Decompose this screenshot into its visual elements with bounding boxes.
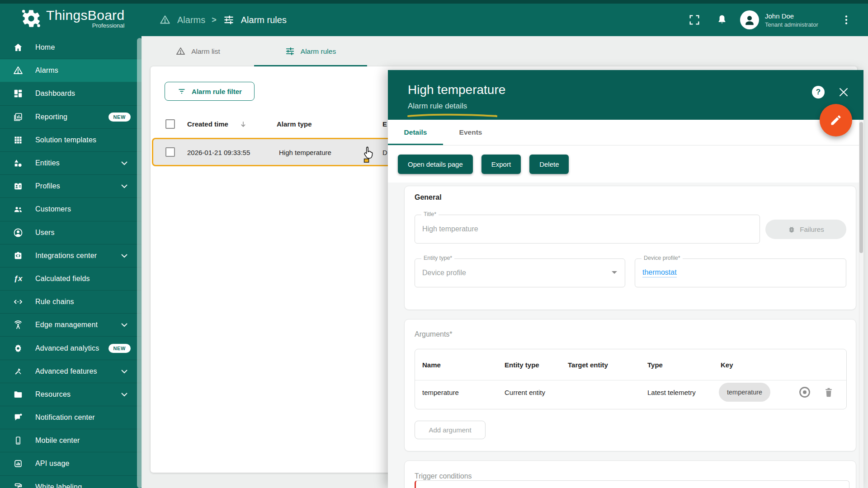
app-header: ThingsBoard Professional Alarms > Alarm … — [0, 4, 868, 36]
tune-icon — [285, 46, 295, 56]
tab-alarm-rules[interactable]: Alarm rules — [254, 36, 367, 66]
arguments-card: Arguments* Name Entity type Target entit… — [404, 319, 856, 451]
chevron-down-icon — [121, 253, 128, 258]
arg-col-entity-type: Entity type — [505, 361, 539, 369]
device-profile-link[interactable]: thermostat — [642, 268, 677, 277]
select-caret-icon — [611, 271, 618, 275]
sidebar-item-notification-center[interactable]: Notification center — [0, 406, 142, 429]
sidebar-item-white-labeling[interactable]: White labeling — [0, 476, 142, 488]
integrations-icon — [13, 250, 24, 261]
sidebar-item-reporting[interactable]: Reporting NEW — [0, 106, 142, 129]
sidebar-item-advanced-analytics[interactable]: Advanced analytics NEW — [0, 337, 142, 360]
sidebar-item-home[interactable]: Home — [0, 36, 142, 59]
device-profile-field[interactable]: Device profile* thermostat — [635, 258, 846, 287]
column-clipped: E — [382, 120, 387, 128]
failures-chip[interactable]: Failures — [765, 220, 846, 239]
breadcrumb-page: Alarm rules — [241, 15, 287, 25]
row-created-time: 2026-01-21 09:33:55 — [187, 148, 250, 156]
select-all-checkbox[interactable] — [165, 119, 175, 129]
edit-fab-button[interactable] — [820, 104, 852, 136]
close-icon[interactable] — [838, 87, 849, 98]
column-alarm-type[interactable]: Alarm type — [277, 120, 312, 128]
chevron-down-icon — [121, 161, 128, 165]
sidebar-item-alarms[interactable]: Alarms — [0, 59, 142, 82]
arg-row-name: temperature — [422, 389, 459, 396]
fullscreen-button[interactable] — [688, 4, 701, 36]
add-argument-button[interactable]: Add argument — [415, 421, 486, 439]
delete-button[interactable]: Delete — [529, 155, 569, 174]
table-divider — [415, 380, 846, 380]
bug-icon — [788, 225, 796, 234]
entity-type-select[interactable]: Entity type* Device profile — [415, 258, 625, 287]
grid-icon — [13, 135, 24, 145]
column-created-time[interactable]: Created time — [187, 120, 228, 128]
chevron-down-icon — [121, 392, 128, 397]
sidebar-item-calculated-fields[interactable]: ƒx Calculated fields — [0, 267, 142, 291]
open-details-page-button[interactable]: Open details page — [398, 155, 473, 174]
general-heading: General — [415, 193, 442, 202]
delete-argument-trash-icon[interactable] — [823, 386, 835, 399]
filter-icon — [177, 87, 186, 96]
people-icon — [13, 204, 24, 215]
sidebar-item-integrations-center[interactable]: Integrations center — [0, 244, 142, 267]
sidebar-item-profiles[interactable]: Profiles — [0, 175, 142, 198]
breadcrumb-section[interactable]: Alarms — [177, 15, 205, 25]
sidebar-item-entities[interactable]: Entities — [0, 152, 142, 175]
arg-col-type: Type — [647, 361, 663, 369]
sidebar-item-solution-templates[interactable]: Solution templates — [0, 129, 142, 152]
row-checkbox[interactable] — [165, 147, 175, 157]
sidebar-item-rule-chains[interactable]: Rule chains — [0, 291, 142, 314]
sidebar-item-users[interactable]: Users — [0, 221, 142, 244]
sidebar-item-edge-management[interactable]: Edge management — [0, 314, 142, 337]
panel-scrollbar-thumb[interactable] — [859, 122, 863, 253]
arg-row-entity-type: Current entity — [505, 389, 545, 396]
header-menu-kebab-icon[interactable] — [842, 4, 851, 36]
badge-icon — [13, 181, 24, 192]
mouse-cursor-hand — [362, 145, 375, 163]
breadcrumb-separator: > — [212, 15, 217, 25]
marker-underline — [407, 113, 497, 118]
entity-type-label: Entity type* — [421, 255, 454, 261]
thingsboard-app: ThingsBoard Professional Alarms > Alarm … — [0, 0, 868, 488]
sidebar-item-mobile-center[interactable]: Mobile center — [0, 429, 142, 452]
app-logo[interactable]: ThingsBoard Professional — [21, 8, 124, 29]
new-badge: NEW — [108, 113, 131, 122]
entities-icon — [13, 158, 24, 169]
avatar[interactable] — [740, 4, 759, 36]
notification-bubble-icon — [13, 412, 24, 423]
warning-icon — [175, 46, 186, 56]
help-icon[interactable]: ? — [812, 86, 825, 99]
window-top-strip — [0, 0, 868, 4]
tab-events[interactable]: Events — [443, 120, 498, 145]
sidebar-item-dashboards[interactable]: Dashboards — [0, 82, 142, 105]
alarm-rule-filter-button[interactable]: Alarm rule filter — [165, 82, 255, 101]
sidebar-item-customers[interactable]: Customers — [0, 198, 142, 221]
general-card: General Title* High temperature Failures… — [404, 186, 856, 310]
alarm-rule-details-panel: High temperature Alarm rule details ? De… — [388, 70, 863, 488]
chevron-down-icon — [121, 184, 128, 188]
user-role: Tenant administrator — [765, 21, 818, 28]
view-argument-eye-icon[interactable] — [798, 386, 811, 399]
rule-chains-icon — [13, 296, 24, 307]
arg-key-chip[interactable]: temperature — [719, 383, 770, 402]
chevron-down-icon — [121, 369, 128, 374]
user-name: John Doe — [765, 12, 794, 21]
sidebar-item-resources[interactable]: Resources — [0, 383, 142, 406]
panel-subtitle: Alarm rule details — [408, 102, 467, 111]
analytics-chip-icon — [13, 343, 24, 354]
arguments-heading: Arguments* — [415, 330, 453, 338]
new-badge: NEW — [108, 344, 131, 353]
user-info[interactable]: John Doe Tenant administrator — [765, 4, 818, 36]
sort-desc-icon[interactable] — [239, 120, 247, 128]
notifications-bell-icon[interactable] — [716, 4, 728, 36]
tab-details[interactable]: Details — [388, 120, 443, 145]
title-field[interactable]: Title* High temperature — [415, 215, 760, 244]
sidebar-item-api-usage[interactable]: API usage — [0, 452, 142, 475]
api-usage-icon — [13, 458, 24, 469]
export-button[interactable]: Export — [481, 155, 521, 174]
folder-icon — [13, 389, 24, 400]
tab-alarm-list[interactable]: Alarm list — [142, 36, 254, 66]
sidebar-scrollbar[interactable] — [137, 38, 142, 488]
content-tab-bar: Alarm list Alarm rules — [142, 36, 367, 66]
sidebar-item-advanced-features[interactable]: Advanced features — [0, 360, 142, 383]
